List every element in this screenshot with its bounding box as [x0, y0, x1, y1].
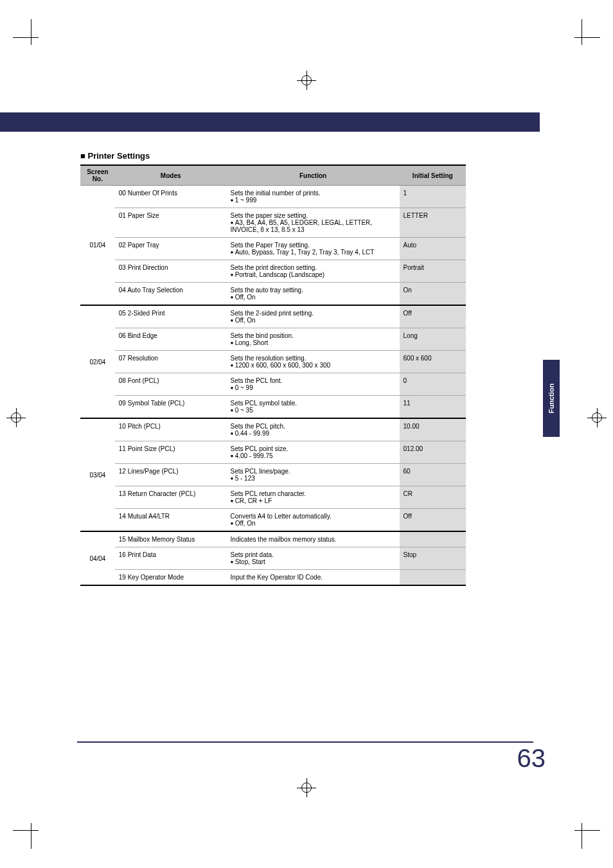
function-cell: Sets the bind position.Long, Short — [227, 328, 400, 351]
mode-cell: 06 Bind Edge — [115, 328, 227, 351]
function-cell: Sets PCL point size.4.00 - 999.75 — [227, 441, 400, 464]
th-screen-no: Screen No. — [80, 165, 115, 186]
mode-cell: 13 Return Character (PCL) — [115, 486, 227, 509]
function-cell: Sets the 2-sided print setting.Off, On — [227, 305, 400, 328]
initial-setting-cell — [400, 531, 466, 547]
mode-cell: 05 2-Sided Print — [115, 305, 227, 328]
mode-cell: 19 Key Operator Mode — [115, 570, 227, 586]
mode-cell: 04 Auto Tray Selection — [115, 283, 227, 306]
mode-cell: 03 Print Direction — [115, 260, 227, 283]
initial-setting-cell: CR — [400, 486, 466, 509]
function-cell: Sets PCL return character.CR, CR + LF — [227, 486, 400, 509]
th-initial: Initial Setting — [400, 165, 466, 186]
function-cell: Input the Key Operator ID Code. — [227, 570, 400, 586]
initial-setting-cell — [400, 570, 466, 586]
initial-setting-cell: 60 — [400, 464, 466, 486]
initial-setting-cell: 600 x 600 — [400, 351, 466, 373]
function-cell: Indicates the mailbox memory status. — [227, 531, 400, 547]
screen-no-cell: 01/04 — [80, 186, 115, 306]
registration-mark-left — [6, 408, 26, 427]
registration-mark-top — [297, 71, 316, 90]
registration-mark-bottom — [297, 778, 316, 797]
initial-setting-cell: Auto — [400, 238, 466, 260]
settings-table: Screen No. Modes Function Initial Settin… — [80, 164, 466, 586]
initial-setting-cell: Long — [400, 328, 466, 351]
screen-no-cell: 04/04 — [80, 531, 115, 585]
initial-setting-cell: 11 — [400, 396, 466, 419]
header-bar — [0, 112, 540, 132]
mode-cell: 10 Pitch (PCL) — [115, 418, 227, 441]
function-cell: Sets the PCL font.0 ~ 99 — [227, 373, 400, 396]
mode-cell: 01 Paper Size — [115, 208, 227, 238]
mode-cell: 11 Point Size (PCL) — [115, 441, 227, 464]
mode-cell: 02 Paper Tray — [115, 238, 227, 260]
function-cell: Sets PCL symbol table.0 ~ 35 — [227, 396, 400, 419]
mode-cell: 08 Font (PCL) — [115, 373, 227, 396]
initial-setting-cell: 0 — [400, 373, 466, 396]
function-cell: Sets PCL lines/page.5 - 123 — [227, 464, 400, 486]
side-tab-function: Function — [543, 360, 560, 437]
function-cell: Converts A4 to Letter automatically.Off,… — [227, 509, 400, 532]
mode-cell: 12 Lines/Page (PCL) — [115, 464, 227, 486]
initial-setting-cell: LETTER — [400, 208, 466, 238]
registration-mark-right — [587, 408, 607, 427]
section-title: ■ Printer Settings — [80, 151, 466, 161]
initial-setting-cell: 1 — [400, 186, 466, 208]
initial-setting-cell: Off — [400, 509, 466, 532]
side-tab-label: Function — [547, 384, 555, 413]
mode-cell: 09 Symbol Table (PCL) — [115, 396, 227, 419]
mode-cell: 00 Number Of Prints — [115, 186, 227, 208]
function-cell: Sets the resolution setting.1200 x 600, … — [227, 351, 400, 373]
function-cell: Sets print data.Stop, Start — [227, 547, 400, 570]
mode-cell: 07 Resolution — [115, 351, 227, 373]
page-footer-line — [77, 741, 533, 743]
initial-setting-cell: Off — [400, 305, 466, 328]
function-cell: Sets the print direction setting.Portrai… — [227, 260, 400, 283]
initial-setting-cell: 10.00 — [400, 418, 466, 441]
th-modes: Modes — [115, 165, 227, 186]
function-cell: Sets the PCL pitch.0.44 - 99.99 — [227, 418, 400, 441]
page-number: 63 — [517, 744, 546, 773]
function-cell: Sets the paper size setting.A3, B4, A4, … — [227, 208, 400, 238]
initial-setting-cell: Portrait — [400, 260, 466, 283]
mode-cell: 15 Mailbox Memory Status — [115, 531, 227, 547]
function-cell: Sets the auto tray setting.Off, On — [227, 283, 400, 306]
function-cell: Sets the Paper Tray setting.Auto, Bypass… — [227, 238, 400, 260]
mode-cell: 14 Mutual A4/LTR — [115, 509, 227, 532]
content-area: ■ Printer Settings Screen No. Modes Func… — [80, 151, 466, 586]
screen-no-cell: 02/04 — [80, 305, 115, 418]
initial-setting-cell: 012.00 — [400, 441, 466, 464]
th-function: Function — [227, 165, 400, 186]
initial-setting-cell: Stop — [400, 547, 466, 570]
screen-no-cell: 03/04 — [80, 418, 115, 531]
mode-cell: 16 Print Data — [115, 547, 227, 570]
function-cell: Sets the initial number of prints.1 ~ 99… — [227, 186, 400, 208]
initial-setting-cell: On — [400, 283, 466, 306]
